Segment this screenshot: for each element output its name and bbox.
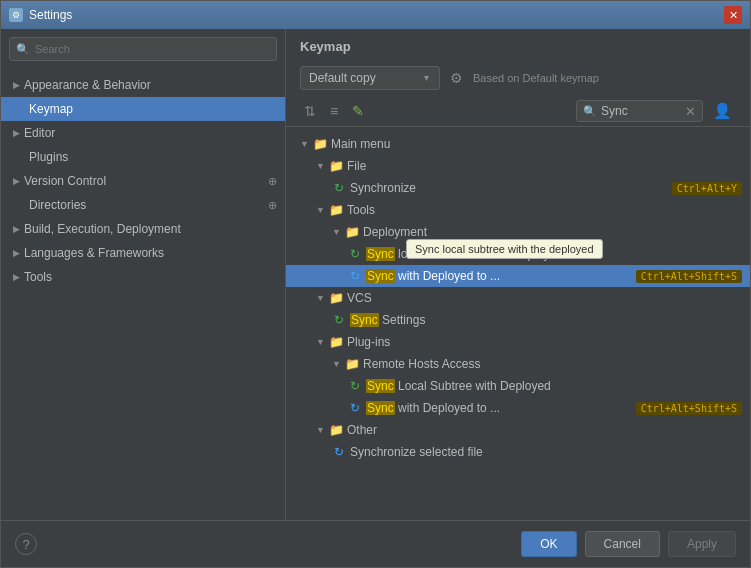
shortcut-badge: Ctrl+Alt+Y [672,182,742,195]
tree-item-plugins[interactable]: ▼ 📁 Plug-ins [286,331,750,353]
collapse-arrow-icon: ▼ [316,425,326,435]
shortcut-badge: Ctrl+Alt+Shift+S [636,402,742,415]
tree-item-label: Synchronize [350,181,416,195]
collapse-arrow-icon: ▼ [316,337,326,347]
based-on-text: Based on Default keymap [473,72,599,84]
window-title: Settings [29,8,72,22]
tree-item-label: Deployment [363,225,427,239]
keymap-toolbar: ⇅ ≡ ✎ 🔍 ✕ 👤 [286,96,750,127]
window-icon: ⚙ [9,8,23,22]
close-button[interactable]: ✕ [724,6,742,24]
expand-arrow-icon: ▶ [13,224,20,234]
sidebar-search[interactable]: 🔍 [9,37,277,61]
collapse-all-button[interactable]: ≡ [326,101,342,121]
edit-button[interactable]: ✎ [348,101,368,121]
help-button[interactable]: ? [15,533,37,555]
search-icon: 🔍 [16,43,30,56]
panel-title: Keymap [286,29,750,60]
keymap-dropdown-value: Default copy [309,71,376,85]
sidebar-item-label: Directories [29,198,86,212]
folder-icon: 📁 [329,159,343,173]
collapse-arrow-icon: ▼ [300,139,310,149]
keymap-search[interactable]: 🔍 ✕ [576,100,703,122]
tree-item-remote-hosts[interactable]: ▼ 📁 Remote Hosts Access [286,353,750,375]
sidebar-nav: ▶ Appearance & Behavior Keymap ▶ Editor … [1,69,285,520]
keymap-search-input[interactable] [601,104,681,118]
search-icon: 🔍 [583,105,597,118]
folder-icon: 📁 [329,291,343,305]
sidebar-item-directories[interactable]: Directories ⊕ [1,193,285,217]
sidebar-item-build[interactable]: ▶ Build, Execution, Deployment [1,217,285,241]
cancel-button[interactable]: Cancel [585,531,660,557]
titlebar-left: ⚙ Settings [9,8,72,22]
tree-item-deployment[interactable]: ▼ 📁 Deployment [286,221,750,243]
sync-icon: ↻ [348,401,362,415]
sidebar-item-label: Appearance & Behavior [24,78,151,92]
sidebar-item-keymap[interactable]: Keymap [1,97,285,121]
tree-item-label: Main menu [331,137,390,151]
folder-icon: 📁 [329,423,343,437]
sidebar-item-label: Keymap [29,102,73,116]
folder-icon: 📁 [329,203,343,217]
tree-item-file[interactable]: ▼ 📁 File [286,155,750,177]
tree-item-label: Sync local subtree with the deployed [366,247,563,261]
tree-item-sync-local-2[interactable]: ↻ Sync Local Subtree with Deployed [286,375,750,397]
sidebar-item-label: Version Control [24,174,106,188]
tree-item-main-menu[interactable]: ▼ 📁 Main menu [286,133,750,155]
sync-icon: ↻ [348,379,362,393]
expand-arrow-icon: ▶ [13,272,20,282]
tree-item-sync-deployed-2[interactable]: ↻ Sync with Deployed to ... Ctrl+Alt+Shi… [286,397,750,419]
collapse-arrow-icon: ▼ [316,293,326,303]
tree-item-label: Remote Hosts Access [363,357,480,371]
gear-button[interactable]: ⚙ [448,68,465,88]
sync-icon: ↻ [332,445,346,459]
sidebar-item-label: Languages & Frameworks [24,246,164,260]
tree-item-label: Tools [347,203,375,217]
sidebar-item-label: Build, Execution, Deployment [24,222,181,236]
tree-item-sync-deployed[interactable]: ↻ Sync with Deployed to ... Ctrl+Alt+Shi… [286,265,750,287]
action-buttons: OK Cancel Apply [521,531,736,557]
expand-arrow-icon: ▶ [13,248,20,258]
apply-button[interactable]: Apply [668,531,736,557]
clear-search-button[interactable]: ✕ [685,104,696,119]
keymap-tree: ▼ 📁 Main menu ▼ 📁 File ↻ Synchronize Ctr [286,127,750,520]
folder-icon: 📁 [345,357,359,371]
tree-item-label: File [347,159,366,173]
keymap-dropdown[interactable]: Default copy ▼ [300,66,440,90]
sidebar-item-vcs[interactable]: ▶ Version Control ⊕ [1,169,285,193]
sidebar-search-input[interactable] [35,43,173,55]
dir-icon: ⊕ [268,199,277,212]
tree-item-synchronize[interactable]: ↻ Synchronize Ctrl+Alt+Y [286,177,750,199]
main-content: 🔍 ▶ Appearance & Behavior Keymap ▶ Edito… [1,29,750,520]
folder-icon: 📁 [329,335,343,349]
tree-item-tools[interactable]: ▼ 📁 Tools [286,199,750,221]
bottom-bar: ? OK Cancel Apply [1,520,750,567]
sidebar-item-plugins[interactable]: Plugins [1,145,285,169]
sync-icon: ↻ [332,181,346,195]
sync-icon: ↻ [332,313,346,327]
sidebar-item-editor[interactable]: ▶ Editor [1,121,285,145]
chevron-down-icon: ▼ [422,73,431,83]
tree-item-vcs[interactable]: ▼ 📁 VCS [286,287,750,309]
tree-item-sync-local[interactable]: ↻ Sync local subtree with the deployed S… [286,243,750,265]
sidebar: 🔍 ▶ Appearance & Behavior Keymap ▶ Edito… [1,29,286,520]
vcs-icon: ⊕ [268,175,277,188]
tree-item-label: Sync with Deployed to ... [366,401,500,415]
keymap-selector: Default copy ▼ ⚙ Based on Default keymap [286,60,750,96]
tree-item-label: Plug-ins [347,335,390,349]
tree-item-sync-selected[interactable]: ↻ Synchronize selected file [286,441,750,463]
expand-arrow-icon: ▶ [13,176,20,186]
tree-item-other[interactable]: ▼ 📁 Other [286,419,750,441]
sidebar-item-tools[interactable]: ▶ Tools [1,265,285,289]
collapse-arrow-icon: ▼ [316,161,326,171]
ok-button[interactable]: OK [521,531,576,557]
folder-icon: 📁 [313,137,327,151]
user-icon-button[interactable]: 👤 [709,100,736,122]
sidebar-item-languages[interactable]: ▶ Languages & Frameworks [1,241,285,265]
tree-item-sync-settings[interactable]: ↻ Sync Settings [286,309,750,331]
settings-window: ⚙ Settings ✕ 🔍 ▶ Appearance & Behavior K… [0,0,751,568]
sidebar-item-appearance[interactable]: ▶ Appearance & Behavior [1,73,285,97]
expand-all-button[interactable]: ⇅ [300,101,320,121]
sync-icon: ↻ [348,269,362,283]
tree-item-label: Other [347,423,377,437]
